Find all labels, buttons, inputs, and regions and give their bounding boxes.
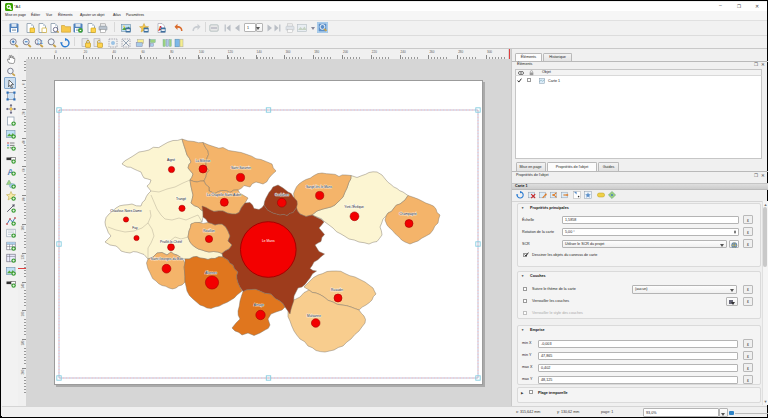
svg-text:1:1: 1:1 xyxy=(37,40,44,45)
